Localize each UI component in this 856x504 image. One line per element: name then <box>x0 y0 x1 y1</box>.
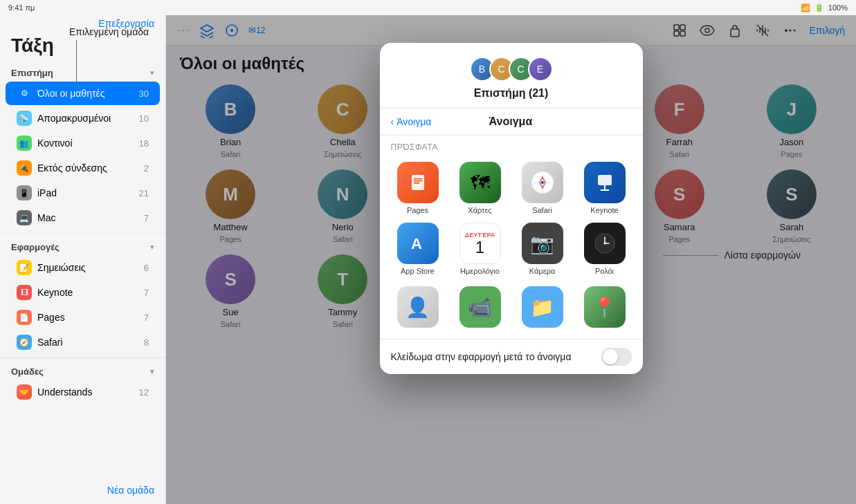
app-item-maps[interactable]: 🗺 Χάρτες <box>453 162 507 214</box>
ipad-count: 21 <box>139 188 149 198</box>
mac-icon: 💻 <box>17 210 32 225</box>
annotation-app-list: Λίστα εφαρμογών <box>663 250 801 261</box>
app-icon-appstore: A <box>397 223 439 264</box>
groups-chevron[interactable]: ▾ <box>150 367 154 376</box>
app-name-maps: Χάρτες <box>468 206 491 214</box>
app-item-contacts[interactable]: 👤 <box>391 286 445 328</box>
battery-icon: 🔋 <box>814 3 824 12</box>
svg-rect-16 <box>414 183 419 184</box>
app-item-camera[interactable]: 📷 Κάμερα <box>516 223 570 275</box>
sidebar-item-pages[interactable]: 📄 Pages 7 <box>6 306 160 329</box>
sidebar-item-notes[interactable]: 📝 Σημειώσεις 6 <box>6 256 160 279</box>
pages-icon: 📄 <box>17 310 32 325</box>
modal-header: B C C E Επιστήμη (21) <box>380 43 643 109</box>
app-item-clock[interactable]: Ρολόι <box>578 223 632 275</box>
sidebar-item-offline[interactable]: 🔌 Εκτός σύνδεσης 2 <box>6 156 160 180</box>
app-icon-contacts: 👤 <box>397 286 439 328</box>
keynote-icon: 🎞 <box>17 285 32 300</box>
annotation-app-list-text: Λίστα εφαρμογών <box>724 250 801 261</box>
wifi-icon: 📶 <box>801 3 810 12</box>
app-item-keynote[interactable]: Keynote <box>578 162 632 214</box>
app-icon-clock <box>584 223 626 264</box>
modal-back-label: Άνοιγμα <box>397 116 431 127</box>
app-name-calendar: Ημερολόγιο <box>460 267 500 275</box>
sidebar-item-understands[interactable]: 🤝 Understands 12 <box>6 380 160 404</box>
edit-button[interactable]: Επεξεργασία <box>98 18 154 29</box>
sidebar-item-keynote[interactable]: 🎞 Keynote 7 <box>6 281 160 304</box>
app-item-findmy[interactable]: 📍 <box>578 286 632 328</box>
modal-nav: ‹ Άνοιγμα Άνοιγμα <box>380 109 643 136</box>
notes-label: Σημειώσεις <box>37 262 138 273</box>
safari-icon-sidebar: 🧭 <box>17 335 32 350</box>
groups-section-header: Ομάδες ▾ <box>0 361 165 380</box>
app-item-pages[interactable]: Pages <box>391 162 445 214</box>
app-item-appstore[interactable]: A App Store <box>391 223 445 275</box>
svg-rect-15 <box>414 180 422 182</box>
app-icon-safari <box>522 162 563 203</box>
pages-count: 7 <box>144 312 149 323</box>
mini-avatar-4: E <box>528 57 553 82</box>
app-item-files[interactable]: 📁 <box>516 286 570 328</box>
sidebar-item-safari[interactable]: 🧭 Safari 8 <box>6 330 160 354</box>
understands-label: Understands <box>37 386 134 398</box>
modal-back-button[interactable]: ‹ Άνοιγμα <box>391 116 432 127</box>
app-item-facetime[interactable]: 📹 <box>453 286 507 328</box>
mac-label: Mac <box>37 212 138 223</box>
app-name-camera: Κάμερα <box>529 267 555 275</box>
notes-count: 6 <box>144 263 149 273</box>
sidebar-item-all-students[interactable]: ⚙ Όλοι οι μαθητές 30 <box>6 82 160 105</box>
lock-toggle[interactable] <box>601 348 632 366</box>
science-label: Επιστήμη <box>11 68 53 78</box>
app-icon-camera: 📷 <box>522 223 563 264</box>
content-area: ··· ✉ 12 <box>166 15 856 504</box>
modal-overlay[interactable]: Λίστα εφαρμογών B C C E Επιστήμη (21) <box>166 15 856 504</box>
remote-count: 10 <box>139 113 149 124</box>
nearby-label: Κοντινοί <box>37 138 134 149</box>
offline-label: Εκτός σύνδεσης <box>37 162 138 174</box>
science-section-header: Επιστήμη ▾ <box>0 62 165 81</box>
all-students-icon: ⚙ <box>17 86 32 101</box>
app-icon-maps: 🗺 <box>459 162 501 203</box>
modal: B C C E Επιστήμη (21) ‹ Άνοιγμα Άνοιγμα <box>380 43 643 374</box>
nearby-icon: 👥 <box>17 136 32 151</box>
ipad-label: iPad <box>37 187 134 198</box>
modal-apps-grid-2: 👤 📹 📁 📍 <box>380 286 643 339</box>
notes-icon: 📝 <box>17 260 32 275</box>
apps-section-header: Εφαρμογές ▾ <box>0 236 165 255</box>
app-icon-files: 📁 <box>522 286 563 328</box>
remote-label: Απομακρυσμένοι <box>37 113 134 124</box>
svg-text:A: A <box>411 235 422 252</box>
app-item-safari[interactable]: Safari <box>516 162 570 214</box>
safari-count: 8 <box>144 337 149 348</box>
new-group-button[interactable]: Νέα ομάδα <box>11 482 154 498</box>
back-chevron-icon: ‹ <box>391 116 394 127</box>
understands-count: 12 <box>139 387 149 398</box>
sidebar-item-remote[interactable]: 📡 Απομακρυσμένοι 10 <box>6 106 160 130</box>
all-students-label: Όλοι οι μαθητές <box>37 88 134 99</box>
pages-label: Pages <box>37 312 138 323</box>
sidebar-item-ipad[interactable]: 📱 iPad 21 <box>6 181 160 205</box>
main-layout: Επιλεγμένη ομάδα Επεξεργασία Τάξη Επιστή… <box>0 15 856 504</box>
keynote-count: 7 <box>144 288 149 298</box>
app-name-appstore: App Store <box>401 267 435 275</box>
mac-count: 7 <box>144 213 149 223</box>
apps-chevron[interactable]: ▾ <box>150 243 154 252</box>
groups-label: Ομάδες <box>11 366 44 377</box>
remote-icon: 📡 <box>17 111 32 126</box>
modal-lock-label: Κλείδωμα στην εφαρμογή μετά το άνοιγμα <box>391 351 572 362</box>
svg-point-22 <box>541 181 544 184</box>
sidebar-title: Τάξη <box>0 32 165 62</box>
keynote-label: Keynote <box>37 287 138 298</box>
sidebar-item-mac[interactable]: 💻 Mac 7 <box>6 206 160 230</box>
app-name-clock: Ρολόι <box>595 267 614 275</box>
app-icon-findmy: 📍 <box>584 286 626 328</box>
nearby-count: 18 <box>139 138 149 149</box>
app-icon-facetime: 📹 <box>459 286 501 328</box>
science-chevron[interactable]: ▾ <box>150 68 154 77</box>
modal-section-recent: Πρόσφατα <box>380 136 643 156</box>
app-item-calendar[interactable]: ΔΕΥΤΈΡΑ 1 Ημερολόγιο <box>453 223 507 275</box>
svg-rect-25 <box>601 189 609 191</box>
modal-apps-grid: Pages 🗺 Χάρτες Safari <box>380 156 643 286</box>
sidebar-item-nearby[interactable]: 👥 Κοντινοί 18 <box>6 131 160 155</box>
svg-rect-14 <box>414 178 422 180</box>
